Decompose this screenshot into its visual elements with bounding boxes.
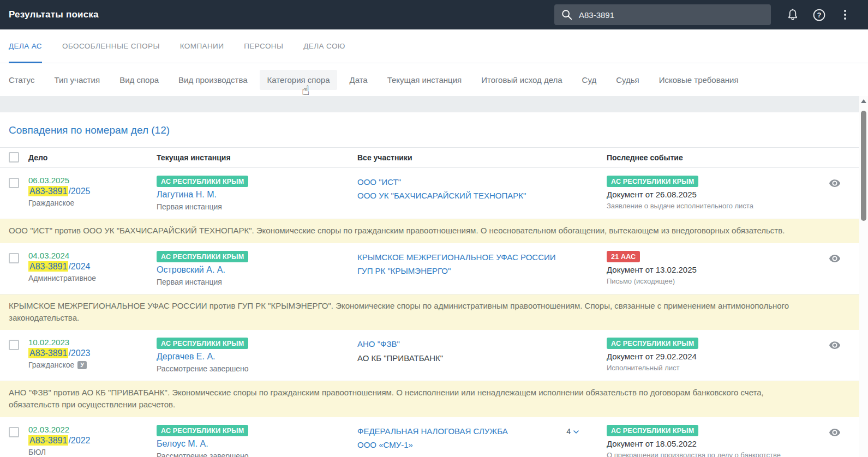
event-title: Документ от 18.05.2022 xyxy=(607,439,829,448)
search-input[interactable]: А83-3891 xyxy=(554,4,771,25)
tab-dela-soyu[interactable]: ДЕЛА СОЮ xyxy=(303,29,345,63)
filter-status[interactable]: Статус xyxy=(9,70,42,90)
case-summary: КРЫМСКОЕ МЕЖРЕГИОНАЛЬНОЕ УФАС РОССИИ про… xyxy=(0,294,859,330)
case-date: 04.03.2024 xyxy=(28,251,157,260)
event-court-badge: АС РЕСПУБЛИКИ КРЫМ xyxy=(607,176,698,187)
case-type: Гражданское xyxy=(28,199,157,207)
tab-dela-as[interactable]: ДЕЛА АС xyxy=(9,29,42,63)
case-number-link[interactable]: А83-3891/2022 xyxy=(28,436,157,446)
simplified-proceeding-badge: У xyxy=(77,361,87,369)
scroll-up-arrow[interactable] xyxy=(861,99,866,103)
row-checkbox[interactable] xyxy=(9,340,19,350)
chevron-down-icon xyxy=(573,429,579,435)
instance-stage: Первая инстанция xyxy=(157,202,357,211)
filter-data[interactable]: Дата xyxy=(342,70,375,90)
row-checkbox[interactable] xyxy=(9,253,19,263)
table-header: Дело Текущая инстанция Все участники Пос… xyxy=(0,147,859,168)
table-row: 06.03.2025 А83-3891/2025 Гражданское АС … xyxy=(0,168,859,219)
court-badge: АС РЕСПУБЛИКИ КРЫМ xyxy=(157,251,248,262)
event-subtitle: О прекращении производства по делу о бан… xyxy=(607,451,829,457)
event-subtitle: Письмо (исходящее) xyxy=(607,277,829,285)
event-court-badge: 21 ААС xyxy=(607,251,640,262)
topbar: Результаты поиска А83-3891 ? xyxy=(0,0,868,29)
filter-vid-spora[interactable]: Вид спора xyxy=(112,70,166,90)
vertical-scrollbar[interactable] xyxy=(859,96,868,457)
section-divider xyxy=(0,96,859,112)
participant-link[interactable]: ООО "ИСТ" xyxy=(357,176,602,188)
tab-obosoblennye-spory[interactable]: ОБОСОБЛЕННЫЕ СПОРЫ xyxy=(62,29,160,63)
more-participants-count: 4 xyxy=(566,426,571,438)
instance-stage: Рассмотрение завершено xyxy=(157,452,357,457)
judge-link[interactable]: Дергачев Е. А. xyxy=(157,352,357,362)
kebab-menu-icon[interactable] xyxy=(832,4,858,26)
filter-kategoriya-spora[interactable]: Категория спора xyxy=(260,70,338,90)
judge-link[interactable]: Белоус М. А. xyxy=(157,439,357,449)
column-header-instance: Текущая инстанция xyxy=(157,153,357,162)
participant-name: АО КБ "ПРИВАТБАНК" xyxy=(357,352,602,364)
search-value: А83-3891 xyxy=(579,10,614,20)
search-icon xyxy=(561,9,573,21)
filter-sud[interactable]: Суд xyxy=(574,70,604,90)
filter-iskovye-trebovaniya[interactable]: Исковые требования xyxy=(651,70,746,90)
filter-tekushchaya-instanciya[interactable]: Текущая инстанция xyxy=(380,70,469,90)
court-badge: АС РЕСПУБЛИКИ КРЫМ xyxy=(157,338,248,349)
judge-link[interactable]: Лагутина Н. М. xyxy=(157,190,357,200)
participant-link[interactable]: ООО УК "БАХЧИСАРАЙСКИЙ ТЕХНОПАРК" xyxy=(357,189,602,202)
event-title: Документ от 29.02.2024 xyxy=(607,352,829,361)
row-checkbox[interactable] xyxy=(9,178,19,188)
watch-eye-icon[interactable] xyxy=(829,339,841,351)
filter-bar: Статус Тип участия Вид спора Вид произво… xyxy=(0,63,868,96)
more-participants-expander[interactable]: 4 xyxy=(566,426,579,438)
participant-link[interactable]: ГУП РК "КРЫМЭНЕРГО" xyxy=(357,264,602,277)
watch-eye-icon[interactable] xyxy=(829,177,841,189)
participant-link[interactable]: ФЕДЕРАЛЬНАЯ НАЛОГОВАЯ СЛУЖБА xyxy=(357,425,602,437)
column-header-participants: Все участники xyxy=(357,153,607,162)
row-checkbox[interactable] xyxy=(9,427,19,437)
event-subtitle: Заявление о выдаче исполнительного листа xyxy=(607,202,829,210)
watch-eye-icon[interactable] xyxy=(829,252,841,264)
case-number-link[interactable]: А83-3891/2023 xyxy=(28,348,157,358)
column-header-last-event: Последнее событие xyxy=(607,153,829,162)
event-title: Документ от 13.02.2025 xyxy=(607,265,829,274)
watch-eye-icon[interactable] xyxy=(829,426,841,438)
case-number-link[interactable]: А83-3891/2024 xyxy=(28,262,157,272)
participant-link[interactable]: АНО "ФЗВ" xyxy=(357,338,602,350)
participant-link[interactable]: ООО «СМУ-1» xyxy=(357,438,602,451)
tab-kompanii[interactable]: КОМПАНИИ xyxy=(180,29,224,63)
participant-link[interactable]: КРЫМСКОЕ МЕЖРЕГИОНАЛЬНОЕ УФАС РОССИИ xyxy=(357,251,602,263)
help-icon[interactable]: ? xyxy=(806,4,832,26)
filter-itogovyj-iskhod[interactable]: Итоговый исход дела xyxy=(474,70,570,90)
tab-persony[interactable]: ПЕРСОНЫ xyxy=(244,29,283,63)
event-title: Документ от 26.08.2025 xyxy=(607,190,829,199)
case-date: 02.03.2022 xyxy=(28,425,157,434)
table-row: 10.02.2023 А83-3891/2023 ГражданскоеУ АС… xyxy=(0,330,859,381)
select-all-checkbox[interactable] xyxy=(9,152,19,163)
instance-stage: Первая инстанция xyxy=(157,278,357,286)
court-badge: АС РЕСПУБЛИКИ КРЫМ xyxy=(157,176,248,187)
case-number-link[interactable]: А83-3891/2025 xyxy=(28,187,157,196)
notifications-bell-icon[interactable] xyxy=(780,4,806,26)
case-summary: ООО "ИСТ" против ООО УК "БАХЧИСАРАЙСКИЙ … xyxy=(0,219,859,243)
filter-sudya[interactable]: Судья xyxy=(608,70,647,90)
case-number-highlight: А83-3891 xyxy=(28,261,68,272)
case-date: 06.03.2025 xyxy=(28,176,157,185)
result-tabs: ДЕЛА АС ОБОСОБЛЕННЫЕ СПОРЫ КОМПАНИИ ПЕРС… xyxy=(0,29,868,63)
instance-stage: Рассмотрение завершено xyxy=(157,364,357,373)
table-row: 04.03.2024 А83-3891/2024 Административно… xyxy=(0,243,859,294)
event-subtitle: Исполнительный лист xyxy=(607,364,829,372)
scrollbar-thumb[interactable] xyxy=(861,111,866,221)
case-summary: АНО "ФЗВ" против АО КБ "ПРИВАТБАНК". Эко… xyxy=(0,381,859,417)
case-number-highlight: А83-3891 xyxy=(28,435,68,446)
judge-link[interactable]: Островский А. А. xyxy=(157,265,357,275)
svg-text:?: ? xyxy=(817,10,821,19)
case-number-highlight: А83-3891 xyxy=(28,348,68,358)
filter-vid-proizvodstva[interactable]: Вид производства xyxy=(171,70,255,90)
court-badge: АС РЕСПУБЛИКИ КРЫМ xyxy=(157,425,248,436)
case-type: БЮЛ xyxy=(28,448,157,456)
event-court-badge: АС РЕСПУБЛИКИ КРЫМ xyxy=(607,425,698,436)
case-type: Административное xyxy=(28,274,157,282)
column-header-case: Дело xyxy=(28,153,157,162)
page-title: Результаты поиска xyxy=(9,9,99,20)
case-number-highlight: А83-3891 xyxy=(28,186,68,196)
filter-tip-uchastiya[interactable]: Тип участия xyxy=(46,70,107,90)
